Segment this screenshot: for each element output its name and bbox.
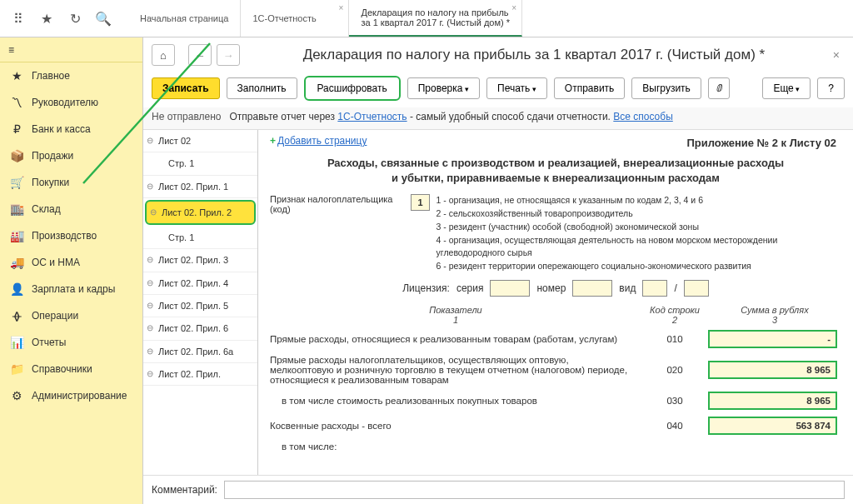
tab-declaration[interactable]: Декларация по налогу на прибыльза 1 квар… (349, 0, 522, 37)
lic-type-input[interactable] (642, 280, 667, 297)
row-020: Прямые расходы налогоплательщиков, осуще… (270, 355, 841, 385)
sidebar-item-bank[interactable]: ₽Банк и касса (0, 116, 142, 142)
val-010[interactable]: - (708, 330, 837, 348)
sidebar-item-main[interactable]: ★Главное (0, 62, 142, 89)
tree-app6[interactable]: Лист 02. Прил. 6 (143, 317, 257, 340)
sidebar-item-purchase[interactable]: 🛒Покупки (0, 169, 142, 196)
box-icon: 📦 (10, 149, 23, 162)
topbar-icons: ⠿ ★ ↻ 🔍 (0, 12, 122, 25)
sidebar-item-ops[interactable]: ᚖОперации (0, 302, 142, 329)
gear-icon: ⚙ (10, 389, 23, 402)
main: ≡ ★Главное 〽Руководителю ₽Банк и касса 📦… (0, 37, 853, 504)
status-row: Не отправлено Отправьте отчет через 1С-О… (143, 107, 853, 130)
tree: Лист 02 Стр. 1 Лист 02. Прил. 1 Лист 02.… (143, 130, 258, 475)
status-label: Не отправлено (152, 111, 222, 122)
tree-app2-p1[interactable]: Стр. 1 (143, 227, 257, 249)
content-header: ⌂ ← → Декларация по налогу на прибыль за… (143, 37, 853, 72)
folder-icon: 📁 (10, 362, 23, 376)
val-020[interactable]: 8 965 (708, 361, 837, 379)
search-icon[interactable]: 🔍 (97, 12, 110, 25)
row-030: в том числе стоимость реализованных поку… (270, 392, 841, 410)
row-010: Прямые расходы, относящиеся к реализован… (270, 330, 841, 348)
tab-home[interactable]: Начальная страница (128, 0, 241, 37)
truck-icon: 🚚 (10, 256, 23, 269)
form-area: +Добавить страницу Приложение № 2 к Лист… (258, 130, 853, 475)
tree-sheet02[interactable]: Лист 02 (143, 130, 257, 152)
row-040sub: в том числе: (270, 442, 841, 452)
toolbar: Записать Заполнить Расшифровать Проверка… (143, 72, 853, 107)
sidebar-item-os[interactable]: 🚚ОС и НМА (0, 249, 142, 276)
tabs: Начальная страница 1С-Отчетность× Деклар… (128, 0, 522, 37)
back-button[interactable]: ← (188, 44, 212, 66)
taxpayer-row: Признак налогоплательщика (код) 1 1 - ор… (270, 194, 841, 273)
top-bar: ⠿ ★ ↻ 🔍 Начальная страница 1С-Отчетность… (0, 0, 853, 37)
add-page-link[interactable]: +Добавить страницу (270, 135, 367, 147)
sidebar-item-reports[interactable]: 📊Отчеты (0, 329, 142, 356)
sidebar-item-prod[interactable]: 🏭Производство (0, 222, 142, 249)
lic-type2-input[interactable] (684, 280, 709, 297)
print-button[interactable]: Печать (486, 77, 547, 99)
taxpayer-code-input[interactable]: 1 (411, 194, 429, 211)
tree-app5[interactable]: Лист 02. Прил. 5 (143, 295, 257, 317)
home-icon: ★ (10, 69, 23, 82)
tree-app3[interactable]: Лист 02. Прил. 3 (143, 249, 257, 272)
appendix-title: Приложение № 2 к Листу 02 (687, 137, 837, 149)
tree-app4[interactable]: Лист 02. Прил. 4 (143, 272, 257, 295)
comment-label: Комментарий: (152, 484, 217, 496)
apps-icon[interactable]: ⠿ (12, 12, 25, 25)
val-030[interactable]: 8 965 (708, 392, 837, 410)
send-button[interactable]: Отправить (554, 77, 626, 99)
val-040[interactable]: 563 874 (708, 417, 837, 435)
export-button[interactable]: Выгрузить (631, 77, 701, 99)
close-icon[interactable]: × (339, 3, 344, 12)
status-text: Отправьте отчет через 1С-Отчетность - са… (230, 111, 673, 122)
fill-button[interactable]: Заполнить (227, 77, 297, 99)
home-button[interactable]: ⌂ (152, 44, 175, 66)
reporting-link[interactable]: 1С-Отчетность (337, 111, 407, 122)
sidebar-item-refs[interactable]: 📁Справочники (0, 356, 142, 382)
star-icon[interactable]: ★ (40, 12, 53, 25)
history-icon[interactable]: ↻ (68, 12, 82, 25)
cart-icon: 🛒 (10, 176, 23, 189)
close-button[interactable]: × (828, 48, 845, 62)
money-icon: ₽ (10, 122, 23, 136)
codes-legend: 1 - организация, не относящаяся к указан… (436, 194, 841, 273)
sidebar: ≡ ★Главное 〽Руководителю ₽Банк и касса 📦… (0, 37, 143, 504)
sidebar-item-leader[interactable]: 〽Руководителю (0, 89, 142, 116)
comment-row: Комментарий: (143, 475, 853, 504)
menu-icon: ≡ (8, 44, 14, 56)
all-methods-link[interactable]: Все способы (613, 111, 673, 122)
page-title: Декларация по налогу на прибыль за 1 ква… (245, 47, 823, 63)
content: ⌂ ← → Декларация по налогу на прибыль за… (143, 37, 853, 504)
more-button[interactable]: Еще (762, 77, 811, 99)
sidebar-item-salary[interactable]: 👤Зарплата и кадры (0, 276, 142, 302)
tree-app2[interactable]: Лист 02. Прил. 2 (145, 200, 256, 225)
ops-icon: ᚖ (10, 309, 23, 322)
forward-button[interactable]: → (217, 44, 240, 66)
sidebar-item-admin[interactable]: ⚙Администрирование (0, 382, 142, 409)
tree-sheet02-p1[interactable]: Стр. 1 (143, 152, 257, 175)
attach-button[interactable]: 𝟘 (708, 77, 730, 99)
tree-app1[interactable]: Лист 02. Прил. 1 (143, 176, 257, 198)
row-040: Косвенные расходы - всего 040 563 874 (270, 417, 841, 435)
person-icon: 👤 (10, 282, 23, 296)
tree-app-more[interactable]: Лист 02. Прил. (143, 363, 257, 386)
sidebar-toggle[interactable]: ≡ (0, 37, 142, 62)
sidebar-item-sales[interactable]: 📦Продажи (0, 142, 142, 169)
chart-icon: 〽 (10, 96, 23, 109)
check-button[interactable]: Проверка (407, 77, 480, 99)
close-icon[interactable]: × (511, 3, 516, 12)
sidebar-item-stock[interactable]: 🏬Склад (0, 196, 142, 222)
lic-number-input[interactable] (572, 280, 612, 297)
section-title: Расходы, связанные с производством и реа… (270, 156, 841, 186)
decode-button[interactable]: Расшифровать (304, 76, 401, 101)
table-headers: Показатели1 Код строки2 Сумма в рублях3 (270, 305, 841, 325)
comment-input[interactable] (224, 481, 845, 499)
save-button[interactable]: Записать (152, 77, 220, 99)
warehouse-icon: 🏬 (10, 202, 23, 216)
bars-icon: 📊 (10, 336, 23, 349)
tab-reporting[interactable]: 1С-Отчетность× (241, 0, 349, 37)
tree-app6a[interactable]: Лист 02. Прил. 6а (143, 341, 257, 363)
lic-series-input[interactable] (490, 280, 530, 297)
help-button[interactable]: ? (817, 77, 845, 99)
